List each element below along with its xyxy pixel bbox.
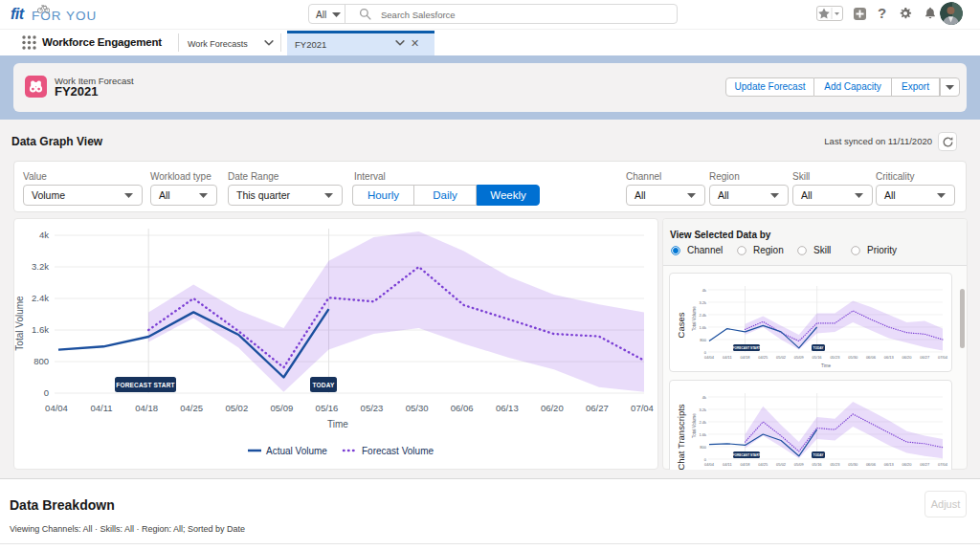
svg-text:06/20: 06/20	[541, 403, 564, 413]
svg-text:2.4k: 2.4k	[699, 313, 706, 318]
svg-text:07/04: 07/04	[938, 355, 948, 360]
svg-text:04/04: 04/04	[704, 462, 715, 467]
svg-text:1.6k: 1.6k	[699, 432, 706, 437]
svg-text:06/20: 06/20	[902, 355, 912, 360]
svg-text:05/02: 05/02	[776, 355, 787, 360]
svg-text:4k: 4k	[702, 395, 706, 400]
svg-text:800: 800	[700, 338, 706, 342]
svg-text:TODAY: TODAY	[312, 382, 335, 388]
svg-text:Total Volume: Total Volume	[14, 296, 25, 351]
svg-text:06/27: 06/27	[586, 403, 609, 413]
svg-text:0: 0	[44, 387, 49, 398]
svg-text:05/30: 05/30	[848, 355, 858, 360]
svg-text:06/06: 06/06	[866, 355, 877, 360]
svg-text:04/18: 04/18	[135, 403, 158, 413]
svg-text:05/02: 05/02	[776, 462, 787, 467]
svg-text:04/04: 04/04	[45, 403, 68, 413]
svg-text:06/06: 06/06	[866, 462, 877, 467]
svg-text:Time: Time	[327, 419, 348, 429]
svg-text:0: 0	[704, 457, 707, 462]
svg-text:Time: Time	[821, 363, 831, 368]
svg-text:06/27: 06/27	[920, 355, 930, 360]
svg-text:Total Volume: Total Volume	[692, 306, 697, 331]
svg-text:07/04: 07/04	[938, 462, 948, 467]
svg-text:04/25: 04/25	[758, 462, 768, 467]
svg-text:4k: 4k	[39, 230, 49, 240]
svg-text:FORECAST START: FORECAST START	[733, 453, 761, 457]
svg-text:3.2k: 3.2k	[699, 407, 706, 412]
svg-text:04/11: 04/11	[723, 355, 732, 360]
svg-text:1.6k: 1.6k	[699, 325, 706, 330]
svg-text:05/30: 05/30	[848, 462, 858, 467]
svg-text:0: 0	[704, 350, 707, 355]
svg-text:05/02: 05/02	[225, 403, 248, 413]
svg-text:05/16: 05/16	[316, 403, 339, 413]
svg-text:05/30: 05/30	[406, 403, 429, 413]
svg-text:05/23: 05/23	[830, 355, 840, 360]
svg-text:04/25: 04/25	[180, 403, 203, 413]
svg-text:2.4k: 2.4k	[699, 420, 706, 425]
svg-text:3.2k: 3.2k	[32, 261, 49, 272]
svg-text:TODAY: TODAY	[813, 346, 825, 350]
svg-text:06/20: 06/20	[902, 462, 912, 467]
svg-text:05/09: 05/09	[794, 462, 805, 467]
svg-text:05/23: 05/23	[830, 462, 840, 467]
svg-text:800: 800	[33, 356, 49, 366]
svg-text:07/04: 07/04	[631, 403, 654, 413]
svg-text:800: 800	[700, 445, 706, 450]
svg-text:04/25: 04/25	[758, 355, 768, 360]
svg-text:4k: 4k	[702, 288, 706, 293]
svg-text:1.6k: 1.6k	[32, 324, 49, 335]
svg-text:04/11: 04/11	[91, 403, 113, 413]
svg-text:04/18: 04/18	[740, 355, 750, 360]
svg-text:06/27: 06/27	[920, 462, 930, 467]
svg-text:06/13: 06/13	[884, 462, 895, 467]
svg-text:Total Volume: Total Volume	[692, 413, 697, 438]
svg-text:05/16: 05/16	[813, 462, 823, 467]
svg-text:06/13: 06/13	[496, 403, 519, 413]
svg-text:Actual Volume: Actual Volume	[266, 446, 327, 456]
svg-text:05/16: 05/16	[813, 355, 823, 360]
svg-text:FORECAST START: FORECAST START	[733, 346, 761, 350]
svg-text:3.2k: 3.2k	[699, 300, 706, 305]
svg-text:04/11: 04/11	[723, 462, 732, 467]
svg-text:06/06: 06/06	[451, 403, 474, 413]
svg-text:05/09: 05/09	[271, 403, 294, 413]
svg-text:2.4k: 2.4k	[32, 293, 49, 303]
svg-text:06/13: 06/13	[884, 355, 895, 360]
svg-text:04/04: 04/04	[704, 355, 715, 360]
svg-text:05/09: 05/09	[794, 355, 805, 360]
svg-text:FORECAST START: FORECAST START	[116, 382, 175, 388]
svg-text:Forecast Volume: Forecast Volume	[362, 446, 434, 456]
svg-text:TODAY: TODAY	[813, 453, 825, 457]
svg-text:05/23: 05/23	[361, 403, 384, 413]
svg-text:04/18: 04/18	[740, 462, 750, 467]
